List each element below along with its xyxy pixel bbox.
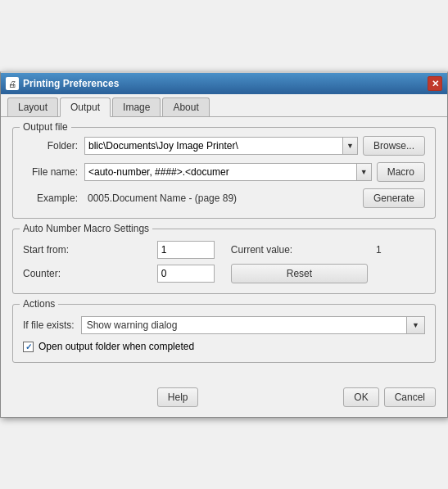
- counter-label: Counter:: [23, 268, 149, 279]
- macro-button[interactable]: Macro: [377, 162, 425, 182]
- browse-button[interactable]: Browse...: [363, 136, 425, 156]
- if-file-row: If file exists: Show warning dialog ▼: [23, 316, 425, 334]
- if-file-dropdown-arrow[interactable]: ▼: [406, 317, 424, 333]
- output-file-group: Output file Folder: ▼ Browse... File nam…: [12, 127, 436, 219]
- generate-button[interactable]: Generate: [363, 188, 425, 208]
- open-folder-checkbox[interactable]: ✓: [23, 342, 34, 352]
- example-label: Example:: [23, 192, 84, 204]
- actions-group: Actions If file exists: Show warning dia…: [12, 304, 436, 363]
- folder-row: Folder: ▼ Browse...: [23, 136, 425, 156]
- example-value: 0005.Document Name - (page 89): [84, 191, 358, 206]
- footer: Help OK Cancel: [1, 381, 447, 417]
- auto-number-group: Auto Number Macro Settings Start from: C…: [12, 229, 436, 294]
- example-row: Example: 0005.Document Name - (page 89) …: [23, 188, 425, 208]
- checkbox-check-icon: ✓: [25, 342, 32, 351]
- if-file-dropdown[interactable]: Show warning dialog ▼: [81, 316, 425, 334]
- auto-number-group-label: Auto Number Macro Settings: [20, 223, 152, 234]
- close-button[interactable]: ✕: [428, 76, 442, 91]
- ok-cancel-area: OK Cancel: [343, 387, 436, 407]
- help-area: Help: [12, 387, 343, 407]
- open-folder-row: ✓ Open output folder when completed: [23, 341, 425, 352]
- tab-content: Output file Folder: ▼ Browse... File nam…: [1, 117, 447, 381]
- actions-content: If file exists: Show warning dialog ▼ ✓ …: [23, 313, 425, 352]
- window-title: Printing Preferences: [23, 78, 119, 89]
- reset-button[interactable]: Reset: [231, 264, 368, 283]
- tab-output[interactable]: Output: [60, 97, 111, 117]
- filename-input-group: ▼: [84, 163, 372, 181]
- filename-row: File name: ▼ Macro: [23, 162, 425, 182]
- output-file-group-label: Output file: [20, 121, 71, 133]
- start-from-label: Start from:: [23, 244, 149, 256]
- folder-input-group: ▼: [84, 137, 358, 155]
- title-bar-left: 🖨 Printing Preferences: [6, 77, 119, 90]
- if-file-label: If file exists:: [23, 319, 75, 331]
- filename-dropdown-arrow[interactable]: ▼: [357, 163, 372, 181]
- open-folder-label: Open output folder when completed: [38, 341, 194, 352]
- if-file-dropdown-value: Show warning dialog: [82, 318, 406, 333]
- tab-layout[interactable]: Layout: [7, 97, 58, 116]
- start-from-input[interactable]: [157, 241, 215, 259]
- filename-input[interactable]: [84, 163, 357, 181]
- help-button[interactable]: Help: [157, 387, 199, 407]
- actions-group-label: Actions: [20, 298, 58, 310]
- folder-dropdown-arrow[interactable]: ▼: [343, 137, 358, 155]
- current-value-label: Current value:: [231, 244, 368, 256]
- folder-input[interactable]: [84, 137, 343, 155]
- current-value-number: 1: [376, 244, 425, 256]
- folder-label: Folder:: [23, 140, 84, 152]
- ok-button[interactable]: OK: [343, 387, 378, 407]
- title-bar: 🖨 Printing Preferences ✕: [1, 73, 447, 94]
- filename-label: File name:: [23, 166, 84, 178]
- tab-bar: Layout Output Image About: [1, 94, 447, 117]
- cancel-button[interactable]: Cancel: [384, 387, 436, 407]
- printing-preferences-window: 🖨 Printing Preferences ✕ Layout Output I…: [0, 71, 448, 418]
- auto-number-grid: Start from: Current value: 1 Counter: Re…: [23, 238, 425, 283]
- tab-about[interactable]: About: [162, 97, 209, 116]
- tab-image[interactable]: Image: [112, 97, 161, 116]
- counter-input[interactable]: [157, 265, 215, 283]
- printer-icon: 🖨: [6, 77, 19, 90]
